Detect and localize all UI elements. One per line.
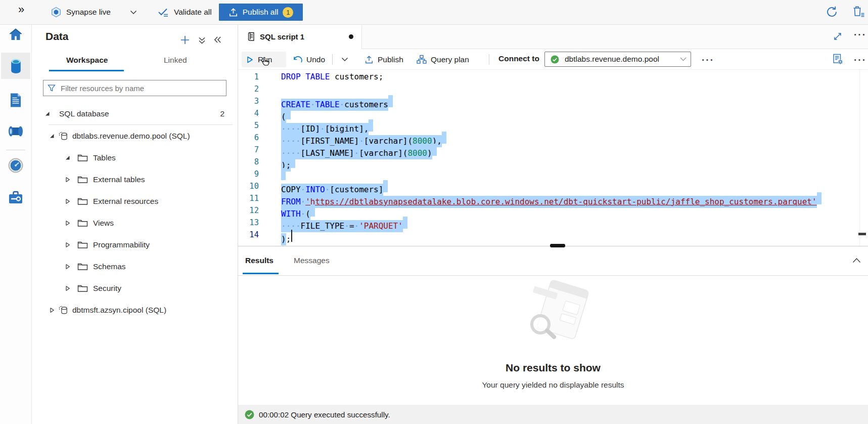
database-icon (58, 305, 68, 315)
folder-icon (77, 240, 88, 249)
query-plan-label: Query plan (431, 55, 469, 64)
tree-item-external-tables[interactable]: External tables (31, 168, 238, 190)
collapse-results-icon[interactable] (852, 258, 861, 263)
double-chevron-down-icon[interactable] (198, 36, 206, 45)
tree-item-label: dbtlabs.revenue.demo.pool (SQL) (72, 132, 190, 141)
pool-name: dbtlabs.revenue.demo.pool (565, 55, 674, 64)
filter-box (43, 80, 226, 96)
sash-drag-handle[interactable] (550, 244, 565, 247)
code-line-11[interactable]: 11FROM·'https://dbtlabsynapsedatalake.bl… (238, 192, 868, 204)
toolbar-more-options[interactable]: ··· (702, 55, 714, 65)
main-content: SQL script 1 ··· Run Undo (238, 24, 868, 424)
nav-develop[interactable] (0, 89, 31, 111)
left-nav-rail (0, 24, 32, 424)
tab-messages[interactable]: Messages (294, 256, 330, 265)
tab-workspace[interactable]: Workspace (66, 56, 108, 65)
chevron-collapsed-icon[interactable] (65, 198, 70, 204)
chevron-expanded-icon[interactable] (49, 133, 55, 139)
chevron-collapsed-icon[interactable] (65, 220, 70, 226)
text-cursor (291, 230, 292, 242)
sql-script-tab[interactable]: SQL script 1 (238, 24, 362, 49)
validate-all-button[interactable]: Validate all (157, 0, 212, 24)
tree-item-dbtmsft-azsyn-cipool-sql[interactable]: dbtmsft.azsyn.cipool (SQL) (31, 299, 238, 321)
tree-item-label: Views (93, 219, 114, 228)
code-line-10[interactable]: 10COPY·INTO·[customers] (238, 180, 868, 192)
code-line-3[interactable]: 3CREATE·TABLE·customers (238, 95, 868, 107)
toolbar-separator (489, 54, 489, 65)
toolbar-separator (332, 54, 333, 65)
code-line-5[interactable]: 5····[ID]·[bigint], (238, 119, 868, 132)
top-command-bar: » Synapse live Validate all Publish all … (0, 0, 868, 25)
tree-item-views[interactable]: Views (31, 212, 238, 234)
discard-trash-icon[interactable] (851, 5, 865, 19)
chevron-expanded-icon[interactable] (65, 155, 70, 160)
tab-linked[interactable]: Linked (164, 56, 187, 65)
chevron-collapsed-icon[interactable] (65, 264, 70, 270)
chevron-expanded-icon[interactable] (44, 111, 50, 116)
tree-item-tables[interactable]: Tables (31, 147, 238, 168)
overview-ruler-cursor-mark (858, 233, 866, 235)
gauge-icon (8, 158, 23, 173)
pool-selector-dropdown[interactable]: dbtlabs.revenue.demo.pool (544, 52, 691, 67)
code-line-9[interactable]: 9 (238, 168, 868, 180)
code-line-2[interactable]: 2 (238, 83, 868, 95)
tab-results[interactable]: Results (245, 256, 273, 265)
refresh-icon[interactable] (825, 5, 839, 19)
synapse-studio-window: » Synapse live Validate all Publish all … (0, 0, 868, 424)
editor-scrollbar-track[interactable] (859, 70, 860, 246)
expand-menu-icon[interactable]: » (18, 4, 24, 15)
workspace-mode-selector[interactable]: Synapse live (51, 0, 111, 24)
data-explorer-panel: Data Workspace Linked SQL database2dbtla… (31, 24, 238, 424)
tree-item-sql-database[interactable]: SQL database2 (31, 103, 238, 124)
expand-editor-icon[interactable] (833, 32, 842, 41)
query-plan-button[interactable]: Query plan (413, 52, 473, 67)
tree-item-label: Programmability (93, 240, 150, 249)
chevron-down-icon[interactable] (130, 10, 137, 15)
sql-code-editor[interactable]: 1DROP TABLE customers;23CREATE·TABLE·cus… (238, 70, 868, 246)
code-line-13[interactable]: 13····FILE_TYPE·=·'PARQUET' (238, 217, 868, 229)
publish-all-button[interactable]: Publish all 1 (219, 4, 303, 21)
nav-home[interactable] (0, 23, 31, 46)
nav-manage[interactable] (0, 186, 31, 208)
run-button[interactable]: Run (242, 52, 286, 67)
tree-item-security[interactable]: Security (31, 277, 238, 299)
tree-item-programmability[interactable]: Programmability (31, 234, 238, 256)
folder-icon (77, 284, 88, 292)
connected-check-icon (551, 55, 559, 64)
chevron-collapsed-icon[interactable] (65, 242, 70, 248)
nav-data[interactable] (0, 55, 31, 77)
code-line-6[interactable]: 6····[FIRST_NAME]·[varchar](8000), (238, 132, 868, 144)
undo-button[interactable]: Undo (289, 52, 329, 67)
tab-more-options[interactable]: ··· (854, 30, 866, 39)
folder-icon (77, 197, 88, 205)
tree-item-schemas[interactable]: Schemas (31, 256, 238, 277)
sql-script-icon (246, 31, 255, 42)
chevron-collapsed-icon[interactable] (65, 177, 70, 183)
tree-item-label: External resources (93, 197, 158, 206)
run-options-dropdown[interactable] (337, 52, 352, 67)
folder-icon (77, 153, 88, 162)
toolbar-right-more-options[interactable]: ··· (854, 55, 866, 65)
code-line-1[interactable]: 1DROP TABLE customers; (238, 71, 868, 83)
code-line-7[interactable]: 7····[LAST_NAME]·[varchar](8000) (238, 144, 868, 156)
tree-item-dbtlabs-revenue-demo-pool-sql[interactable]: dbtlabs.revenue.demo.pool (SQL) (31, 125, 238, 147)
nav-monitor[interactable] (0, 154, 31, 177)
tree-item-count: 2 (220, 109, 238, 118)
chevron-collapsed-icon[interactable] (65, 285, 70, 291)
publish-button[interactable]: Publish (360, 52, 407, 67)
script-properties-icon[interactable] (832, 53, 844, 65)
status-message: 00:00:02 Query executed successfully. (259, 410, 390, 419)
empty-state-title: No results to show (238, 362, 868, 374)
collapse-panel-icon[interactable] (213, 36, 221, 44)
document-icon (9, 93, 22, 108)
filter-resources-input[interactable] (60, 83, 222, 93)
tree-item-label: Schemas (93, 262, 126, 271)
code-lines: 1DROP TABLE customers;23CREATE·TABLE·cus… (238, 71, 868, 241)
chevron-collapsed-icon[interactable] (49, 307, 55, 313)
nav-integrate[interactable] (0, 120, 31, 142)
tree-item-external-resources[interactable]: External resources (31, 190, 238, 212)
workspace-mode-label: Synapse live (66, 8, 111, 17)
add-resource-icon[interactable] (180, 35, 190, 45)
editor-toolbar: Run Undo Publish (238, 49, 868, 70)
undo-icon (293, 55, 302, 64)
